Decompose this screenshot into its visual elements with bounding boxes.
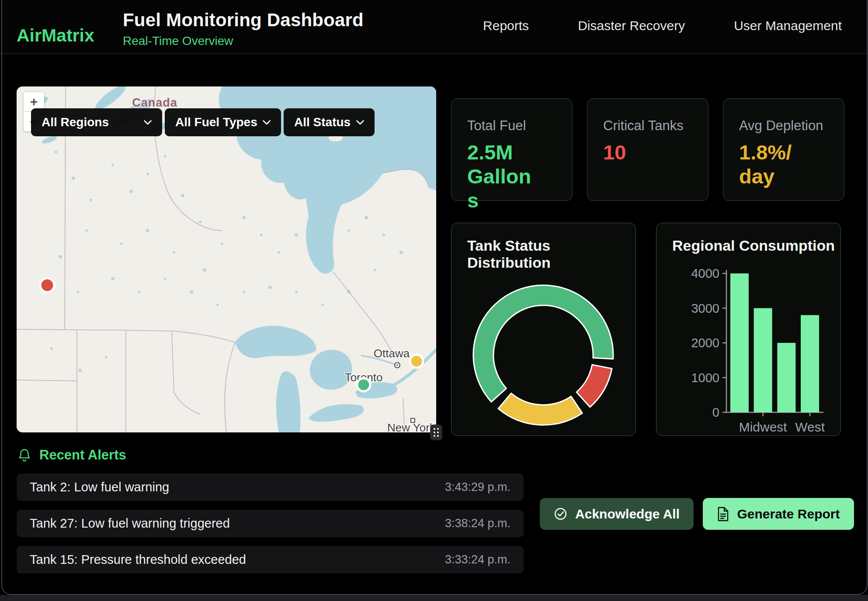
- region-filter-select[interactable]: All Regions: [31, 108, 162, 136]
- fuel-type-filter-select[interactable]: All Fuel Types: [165, 108, 281, 136]
- generate-report-label: Generate Report: [737, 507, 840, 522]
- x-tick-label: Midwest: [739, 420, 788, 434]
- grip-dots-icon: [432, 427, 440, 438]
- acknowledge-all-label: Acknowledge All: [575, 507, 680, 522]
- map-label-newyork: New York: [387, 421, 436, 432]
- x-tick-label: West: [795, 420, 825, 434]
- map-canvas[interactable]: Canada Ottawa Toronto New York: [17, 86, 436, 432]
- generate-report-button[interactable]: Generate Report: [703, 498, 854, 530]
- stat-label: Total Fuel: [467, 118, 556, 134]
- recent-alerts-header: Recent Alerts: [17, 447, 126, 463]
- stat-card-row: Total Fuel 2.5M Gallons Critical Tanks 1…: [451, 98, 844, 201]
- stat-label: Avg Depletion: [739, 118, 828, 134]
- chevron-down-icon: [144, 120, 152, 125]
- map-marker-normal[interactable]: [357, 378, 370, 391]
- stat-value-critical-tanks: 10: [603, 141, 692, 165]
- map-label-ottawa: Ottawa: [374, 347, 410, 360]
- drag-handle[interactable]: [430, 425, 442, 440]
- recent-alerts-title: Recent Alerts: [39, 447, 126, 463]
- chart-row: Tank Status Distribution Regional Consum…: [451, 223, 841, 436]
- stat-value-avg-depletion: 1.8%/day: [739, 141, 798, 189]
- alert-row[interactable]: Tank 2: Low fuel warning 3:43:29 p.m.: [17, 473, 524, 501]
- regional-consumption-card: Regional Consumption 01000200030004000Mi…: [656, 223, 841, 436]
- alert-time: 3:43:29 p.m.: [445, 480, 510, 494]
- status-filter-select[interactable]: All Status: [284, 108, 375, 136]
- document-icon: [717, 507, 729, 522]
- status-filter-value: All Status: [294, 115, 351, 129]
- page-title: Fuel Monitoring Dashboard: [123, 10, 364, 31]
- alert-message: Tank 2: Low fuel warning: [30, 480, 169, 494]
- y-tick-label: 0: [712, 405, 719, 419]
- donut-slice-warning[interactable]: [498, 393, 582, 425]
- bar-region-1[interactable]: [754, 308, 772, 413]
- title-block: Fuel Monitoring Dashboard Real-Time Over…: [123, 10, 364, 48]
- app-logo[interactable]: AirMatrix: [17, 25, 94, 46]
- alert-time: 3:38:24 p.m.: [445, 517, 510, 530]
- stat-card-total-fuel: Total Fuel 2.5M Gallons: [451, 98, 573, 201]
- y-tick-label: 1000: [691, 371, 719, 385]
- check-circle-icon: [554, 507, 567, 521]
- alert-time: 3:33:24 p.m.: [445, 553, 510, 566]
- bar-region-0[interactable]: [730, 273, 749, 412]
- stat-card-avg-depletion: Avg Depletion 1.8%/day: [723, 98, 844, 201]
- app-header: AirMatrix Fuel Monitoring Dashboard Real…: [0, 0, 868, 54]
- alert-row[interactable]: Tank 27: Low fuel warning triggered 3:38…: [17, 510, 524, 537]
- fuel-monitoring-dashboard: AirMatrix Fuel Monitoring Dashboard Real…: [0, 0, 868, 601]
- map-marker-critical[interactable]: [40, 278, 54, 292]
- tank-status-donut-chart[interactable]: [451, 223, 636, 436]
- y-tick-label: 3000: [691, 301, 719, 315]
- donut-slice-critical[interactable]: [576, 365, 612, 407]
- map-marker-warning[interactable]: [410, 355, 423, 368]
- stat-value-total-fuel: 2.5M Gallons: [467, 141, 542, 213]
- regional-consumption-bar-chart[interactable]: 01000200030004000MidwestWest: [656, 223, 841, 436]
- map-town-dot-ottawa-center: [396, 364, 398, 366]
- main-nav: Reports Disaster Recovery User Managemen…: [483, 18, 842, 33]
- map-panel[interactable]: Canada Ottawa Toronto New York + − All R…: [17, 86, 436, 432]
- bar-region-2[interactable]: [777, 343, 795, 412]
- y-tick-label: 4000: [691, 266, 719, 280]
- bar-region-3[interactable]: [801, 315, 819, 412]
- stat-label: Critical Tanks: [603, 118, 692, 134]
- region-filter-value: All Regions: [42, 115, 109, 129]
- bell-icon: [17, 448, 31, 463]
- window-bottom-bar: [0, 595, 868, 601]
- alert-actions: Acknowledge All Generate Report: [540, 498, 854, 530]
- stat-card-critical-tanks: Critical Tanks 10: [587, 98, 708, 201]
- nav-disaster-recovery[interactable]: Disaster Recovery: [578, 18, 685, 33]
- nav-reports[interactable]: Reports: [483, 18, 529, 33]
- nav-user-management[interactable]: User Management: [734, 18, 842, 33]
- map-label-canada: Canada: [132, 96, 177, 109]
- tank-status-card: Tank Status Distribution: [451, 223, 636, 436]
- chevron-down-icon: [263, 120, 271, 125]
- alert-row[interactable]: Tank 15: Pressure threshold exceeded 3:3…: [17, 546, 524, 573]
- y-tick-label: 2000: [691, 336, 719, 350]
- map-filter-bar: All Regions All Fuel Types All Status: [31, 108, 375, 136]
- alert-message: Tank 27: Low fuel warning triggered: [30, 516, 230, 531]
- fuel-type-filter-value: All Fuel Types: [175, 115, 257, 129]
- page-subtitle: Real-Time Overview: [123, 34, 364, 48]
- alert-message: Tank 15: Pressure threshold exceeded: [30, 553, 246, 567]
- chevron-down-icon: [356, 120, 364, 125]
- acknowledge-all-button[interactable]: Acknowledge All: [540, 498, 694, 530]
